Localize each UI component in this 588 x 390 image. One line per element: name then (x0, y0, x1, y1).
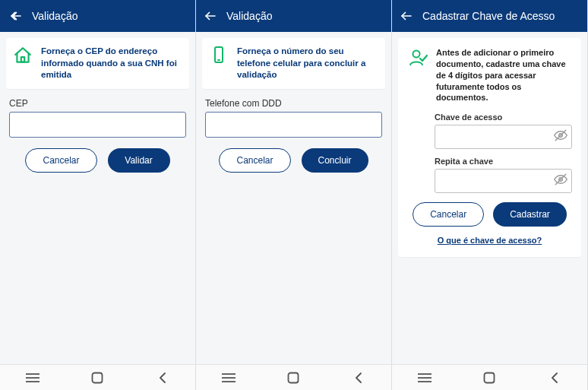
banner-text: Forneça o CEP do endereço informado quan… (41, 46, 180, 81)
svg-rect-6 (93, 373, 103, 382)
label-repita: Repita a chave (435, 157, 572, 166)
header-title: Cadastrar Chave de Acesso (422, 10, 555, 22)
toggle-visibility-icon[interactable] (554, 173, 567, 189)
button-row: Cancelar Validar (9, 148, 186, 173)
screen-validacao-cep: Validação Forneça o CEP do endereço info… (0, 0, 196, 390)
app-header: Cadastrar Chave de Acesso (392, 0, 587, 32)
recents-icon[interactable] (24, 369, 41, 386)
register-button[interactable]: Cadastrar (493, 202, 567, 227)
app-header: Validação (0, 0, 195, 32)
phone-icon (208, 46, 229, 65)
recents-icon[interactable] (416, 369, 433, 386)
back-nav-icon[interactable] (546, 369, 563, 386)
screen-validacao-telefone: Validação Forneça o número do seu telefo… (196, 0, 392, 390)
cancel-button[interactable]: Cancelar (219, 148, 290, 173)
svg-rect-2 (21, 57, 24, 62)
telefone-input[interactable] (205, 112, 382, 138)
android-nav-bar (392, 364, 587, 390)
validate-button[interactable]: Validar (108, 148, 170, 173)
form-area: Chave de acesso Repita a chave (407, 113, 572, 193)
header-title: Validação (226, 10, 272, 22)
toggle-visibility-icon[interactable] (554, 128, 567, 145)
back-nav-icon[interactable] (350, 369, 367, 386)
label-chave: Chave de acesso (435, 113, 572, 122)
chave-input[interactable] (435, 125, 572, 149)
android-nav-bar (196, 364, 391, 390)
home-nav-icon[interactable] (481, 369, 498, 386)
svg-rect-23 (485, 373, 495, 382)
conclude-button[interactable]: Concluir (302, 148, 368, 173)
what-is-key-link[interactable]: O que é chave de acesso? (407, 236, 572, 245)
home-nav-icon[interactable] (285, 369, 302, 386)
info-banner: Forneça o CEP do endereço informado quan… (6, 38, 189, 89)
header-title: Validação (32, 10, 77, 22)
back-arrow-icon[interactable] (9, 9, 23, 23)
svg-rect-13 (289, 373, 299, 382)
banner-text: Forneça o número do seu telefone celular… (237, 46, 376, 81)
android-nav-bar (0, 364, 195, 390)
app-header: Validação (196, 0, 391, 32)
recents-icon[interactable] (220, 369, 237, 386)
home-icon (12, 46, 33, 65)
card: Antes de adicionar o primeiro documento,… (398, 38, 581, 257)
banner-text: Antes de adicionar o primeiro documento,… (436, 47, 572, 103)
button-row: Cancelar Cadastrar (407, 202, 572, 227)
back-arrow-icon[interactable] (204, 9, 217, 23)
form-area: Telefone com DDD Cancelar Concluir (196, 95, 391, 173)
screen-cadastrar-chave: Cadastrar Chave de Acesso Antes de adici… (392, 0, 588, 390)
repita-chave-input[interactable] (435, 169, 572, 193)
input-label-telefone: Telefone com DDD (205, 98, 382, 109)
back-arrow-icon[interactable] (400, 9, 413, 23)
svg-point-15 (413, 51, 420, 58)
cancel-button[interactable]: Cancelar (25, 148, 96, 173)
info-banner: Forneça o número do seu telefone celular… (202, 38, 385, 89)
form-area: CEP Cancelar Validar (0, 95, 195, 173)
button-row: Cancelar Concluir (205, 148, 382, 173)
info-banner: Antes de adicionar o primeiro documento,… (407, 47, 572, 103)
cep-input[interactable] (9, 112, 186, 138)
cancel-button[interactable]: Cancelar (413, 202, 484, 227)
user-check-icon (407, 47, 428, 68)
home-nav-icon[interactable] (89, 369, 106, 386)
back-nav-icon[interactable] (154, 369, 171, 386)
input-label-cep: CEP (9, 98, 186, 109)
